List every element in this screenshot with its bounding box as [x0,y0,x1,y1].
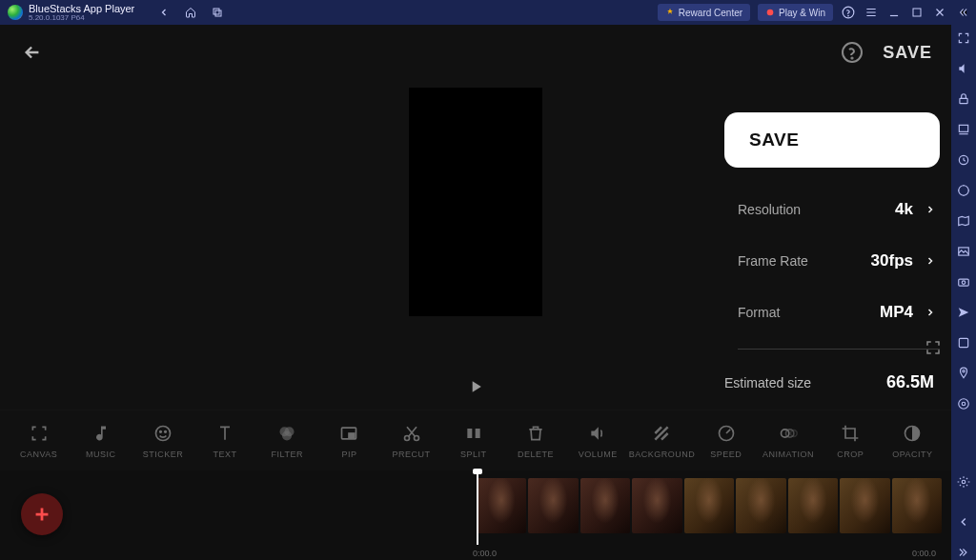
video-track[interactable] [477,478,942,533]
svg-point-13 [282,430,292,440]
option-format[interactable]: Format MP4 [724,303,940,322]
play-button[interactable] [462,373,489,400]
pin-icon[interactable] [956,366,971,381]
nav-back-icon[interactable] [157,6,171,19]
svg-rect-5 [913,9,921,16]
tool-music[interactable]: MUSIC [70,423,132,459]
tool-canvas[interactable]: CANVAS [8,423,70,459]
nav-home-icon[interactable] [184,6,197,19]
gear-icon[interactable] [956,474,971,490]
back-button[interactable] [19,39,46,66]
option-value: 4k [895,200,913,219]
clip-thumbnail[interactable] [892,478,942,533]
menu-icon[interactable] [864,5,879,20]
clip-thumbnail[interactable] [840,478,889,533]
animation-icon [778,423,799,444]
volume-icon[interactable] [956,61,971,76]
svg-point-35 [962,402,966,406]
svg-point-2 [767,10,774,16]
tool-volume[interactable]: VOLUME [567,423,629,459]
layers-icon[interactable] [956,122,971,137]
maximize-icon[interactable] [909,5,925,20]
bluestacks-logo [8,5,23,20]
image-icon[interactable] [956,244,971,259]
chevron-left-icon[interactable] [956,514,971,530]
svg-point-31 [962,281,966,285]
tool-precut[interactable]: PRECUT [380,423,442,459]
add-clip-button[interactable] [21,493,63,535]
close-icon[interactable] [932,5,947,20]
tool-text[interactable]: TEXT [194,423,256,459]
clip-thumbnail[interactable] [580,478,630,533]
tool-label: SPEED [710,450,742,459]
timeline[interactable]: 0:00.0 0:00.0 [0,470,951,560]
editor-help-icon[interactable] [839,39,865,66]
pip-icon [338,423,359,444]
tool-pip[interactable]: PIP [318,423,380,459]
play-win-button[interactable]: Play & Win [758,4,833,21]
clip-thumbnail[interactable] [477,478,526,533]
option-value: MP4 [880,303,913,322]
playhead[interactable] [477,470,478,545]
chevron-double-icon[interactable] [956,545,971,560]
tool-crop[interactable]: CROP [820,423,882,459]
clip-thumbnail[interactable] [788,478,838,533]
tool-filter[interactable]: FILTER [256,423,318,459]
video-preview [409,88,542,316]
svg-rect-18 [467,429,472,438]
nav-recent-icon[interactable] [211,6,224,19]
svg-point-7 [852,57,853,58]
filter-icon [276,423,297,444]
sticker-icon [152,423,173,444]
speed-icon [716,423,737,444]
clip-thumbnail[interactable] [528,478,578,533]
tool-delete[interactable]: DELETE [504,423,566,459]
camera-icon[interactable] [956,274,971,290]
option-resolution[interactable]: Resolution 4k [724,200,940,219]
save-button[interactable]: SAVE [724,112,940,168]
svg-rect-0 [214,9,219,14]
estimated-label: Estimated size [724,375,811,390]
lock-icon[interactable] [956,91,971,107]
save-link[interactable]: SAVE [883,43,932,63]
collapse-icon[interactable] [955,5,970,20]
tool-background[interactable]: BACKGROUND [629,423,696,459]
svg-point-34 [959,399,969,410]
svg-rect-32 [959,338,967,347]
help-icon[interactable] [841,5,856,20]
tool-sticker[interactable]: STICKER [132,423,193,459]
tool-opacity[interactable]: OPACITY [882,423,944,459]
option-framerate[interactable]: Frame Rate 30fps [724,251,940,270]
chevron-right-icon [925,255,938,267]
estimated-size-row: Estimated size 66.5M [724,372,940,392]
clip-thumbnail[interactable] [736,478,785,533]
clip-thumbnail[interactable] [632,478,681,533]
minimize-icon[interactable] [886,5,902,20]
music-icon [91,423,112,444]
reward-label: Reward Center [679,8,742,18]
split-icon [463,423,484,444]
bluestacks-sidebar [951,25,976,560]
link-icon[interactable] [956,335,971,350]
tool-split[interactable]: SPLIT [442,423,504,459]
tool-label: STICKER [143,450,184,459]
crop-icon [840,423,861,444]
delete-icon [525,423,546,444]
tool-speed[interactable]: SPEED [695,423,757,459]
map-icon[interactable] [956,213,971,229]
background-icon [651,423,672,444]
fullscreen-icon[interactable] [925,339,942,356]
clock-icon[interactable] [956,183,971,198]
tool-animation[interactable]: ANIMATION [757,423,819,459]
svg-rect-19 [475,429,479,438]
clip-thumbnail[interactable] [684,478,734,533]
opacity-icon [902,423,923,444]
reward-center-button[interactable]: Reward Center [658,4,750,21]
plane-icon[interactable] [956,305,971,320]
expand-icon[interactable] [956,30,971,46]
aperture-icon[interactable] [956,396,971,411]
target-icon[interactable] [956,152,971,168]
svg-rect-25 [960,98,967,103]
save-button-label: SAVE [749,130,799,150]
chevron-right-icon [925,204,938,215]
